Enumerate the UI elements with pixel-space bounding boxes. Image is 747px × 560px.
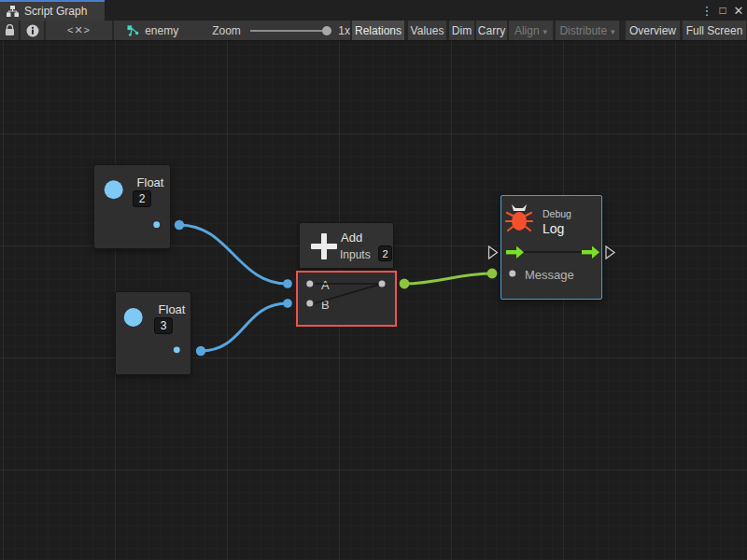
node-debug-log[interactable]: Debug Log Message xyxy=(500,195,602,300)
values-label: Values xyxy=(411,24,444,37)
align-caret-icon: ▾ xyxy=(543,27,548,36)
float-value-input[interactable]: 2 xyxy=(133,190,151,207)
script-graph-asset-icon xyxy=(127,24,139,37)
node-title: Float xyxy=(151,302,192,316)
node-title: Float xyxy=(130,175,171,189)
distribute-button[interactable]: Distribute▾ xyxy=(556,21,619,40)
zoom-label: Zoom xyxy=(212,24,241,37)
graph-context-bar: enemy Zoom 1x xyxy=(114,21,350,40)
plus-icon xyxy=(311,233,337,259)
toolbar: <✕> enemy Zoom 1x Relations Values Dim C… xyxy=(0,21,747,41)
bug-icon xyxy=(505,203,533,233)
node-float-2[interactable]: Float 2 xyxy=(93,164,171,249)
tab-title: Script Graph xyxy=(24,5,87,18)
port-label-b: B xyxy=(321,298,330,312)
dim-label: Dim xyxy=(452,24,472,37)
node-add[interactable]: Add Inputs 2 xyxy=(299,222,394,269)
node-title: Add xyxy=(341,231,362,245)
code-preview-toggle[interactable]: <✕> xyxy=(46,21,112,40)
carry-label: Carry xyxy=(478,24,505,37)
port-label-a: A xyxy=(321,278,330,292)
float-value-input[interactable]: 3 xyxy=(154,317,173,334)
dim-button[interactable]: Dim xyxy=(449,21,474,40)
relations-button[interactable]: Relations xyxy=(352,21,404,40)
fullscreen-button[interactable]: Full Screen xyxy=(683,21,746,40)
window-maximize-icon[interactable]: □ xyxy=(715,0,730,21)
node-category: Debug xyxy=(543,208,571,219)
overview-label: Overview xyxy=(629,24,676,37)
tab-script-graph[interactable]: Script Graph xyxy=(0,0,105,21)
inputs-count-input[interactable]: 2 xyxy=(378,245,392,261)
message-port-label: Message xyxy=(525,268,574,282)
align-label: Align xyxy=(514,24,540,37)
graph-canvas[interactable]: Float 2 Float 3 Add Inputs 2 A B Debug L… xyxy=(0,41,747,560)
inspector-button[interactable] xyxy=(21,21,44,40)
distribute-caret-icon: ▾ xyxy=(611,27,615,36)
overview-button[interactable]: Overview xyxy=(626,21,680,40)
lock-icon xyxy=(5,24,15,36)
node-title: Log xyxy=(543,221,564,236)
zoom-level: 1x xyxy=(338,24,350,37)
graph-hierarchy-icon xyxy=(7,6,19,17)
align-button[interactable]: Align▾ xyxy=(509,21,553,40)
window-menu-icon[interactable]: ⋮ xyxy=(700,0,713,21)
lock-button[interactable] xyxy=(0,21,19,40)
info-icon xyxy=(26,24,39,37)
inputs-label: Inputs xyxy=(340,248,371,261)
window-close-icon[interactable]: ✕ xyxy=(731,0,746,21)
distribute-label: Distribute xyxy=(559,24,607,37)
tab-strip: Script Graph ⋮ □ ✕ xyxy=(0,0,747,21)
zoom-slider[interactable] xyxy=(250,30,331,32)
zoom-slider-handle[interactable] xyxy=(322,26,331,35)
carry-button[interactable]: Carry xyxy=(476,21,507,40)
relations-label: Relations xyxy=(355,24,402,37)
fullscreen-label: Full Screen xyxy=(686,24,743,37)
node-float-3[interactable]: Float 3 xyxy=(115,291,191,375)
values-button[interactable]: Values xyxy=(408,21,446,40)
graph-name[interactable]: enemy xyxy=(145,24,178,37)
node-add-ports-highlight[interactable]: A B xyxy=(296,271,397,327)
